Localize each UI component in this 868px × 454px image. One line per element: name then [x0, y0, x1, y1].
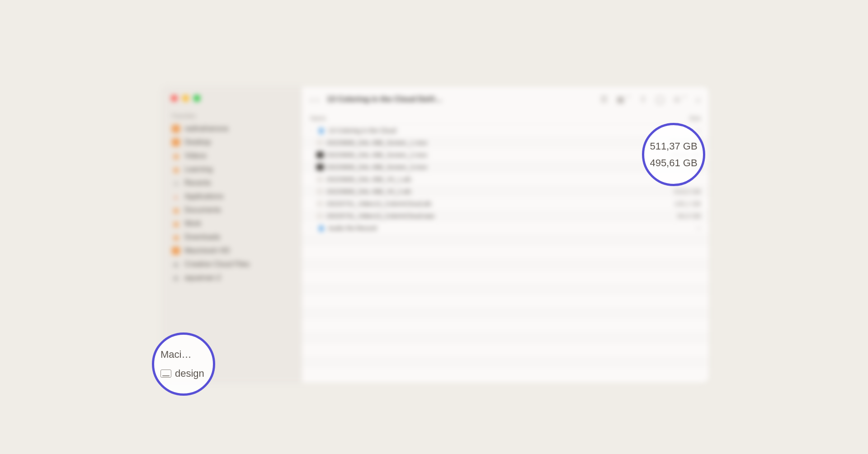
video-icon — [316, 140, 324, 146]
sidebar-item[interactable]: radinahanova — [168, 122, 296, 136]
documents-icon: ▣ — [172, 206, 180, 214]
file-row[interactable]: 20220731_Video13_ColorInCloud.afc145,1 G… — [302, 197, 709, 210]
window-controls[interactable] — [171, 95, 296, 102]
recents-icon: ◷ — [172, 179, 180, 187]
sidebar-item[interactable]: Desktop — [168, 136, 296, 149]
drive-icon — [160, 370, 171, 378]
applications-icon: ▲ — [172, 192, 180, 201]
file-row[interactable]: ›▇13 Coloring in the Cloud-- — [302, 124, 709, 136]
nav-buttons[interactable]: ‹ › — [310, 94, 319, 105]
size-line-1: 511,37 GB — [650, 138, 697, 154]
finder-window: Favorites radinahanova Desktop ▣Videos ▣… — [162, 87, 709, 383]
sidebar-item[interactable]: ▣Work — [168, 217, 296, 230]
window-title: 13 Coloring in the Cloud DaVi… — [327, 95, 443, 104]
file-icon — [316, 176, 324, 183]
file-icon: ▤ — [172, 274, 180, 282]
empty-row — [302, 234, 709, 246]
file-row[interactable]: 20220608_DAL-088_V0_2.afc519,0 GB — [302, 185, 709, 197]
folder-icon: ▇ — [316, 224, 326, 232]
video-icon — [316, 152, 324, 158]
folder-icon: ▇ — [316, 126, 326, 135]
desktop-icon — [172, 138, 180, 146]
tag-icon[interactable]: ◯ — [656, 94, 665, 104]
disclosure-icon[interactable]: › — [310, 128, 316, 133]
home-icon — [172, 125, 180, 133]
share-icon[interactable]: ⇪ — [640, 94, 646, 104]
drive-line-2: design — [160, 364, 213, 383]
close-icon[interactable] — [171, 95, 178, 102]
view-list-icon[interactable]: ☰ — [600, 94, 608, 104]
folder-icon: ▣ — [172, 220, 180, 228]
callout-file-sizes: 511,37 GB 495,61 GB — [642, 123, 705, 186]
column-headers[interactable]: Name Size — [302, 112, 709, 124]
toolbar: ‹ › 13 Coloring in the Cloud DaVi… ☰ ▦ ˅… — [302, 87, 709, 112]
group-icon[interactable]: ▦ ˅ — [617, 94, 631, 104]
column-size[interactable]: Size — [633, 115, 701, 122]
minimize-icon[interactable] — [182, 95, 189, 102]
sidebar-item[interactable]: ▣Downloads — [168, 230, 296, 244]
sidebar-section-favorites: Favorites — [172, 112, 296, 119]
file-icon — [316, 201, 324, 207]
file-row[interactable]: 20220731_Video13_ColorInCloud.wav64,4 GB — [302, 210, 709, 222]
drive-line-1: Maci… — [160, 345, 213, 364]
disclosure-icon[interactable]: › — [310, 225, 316, 230]
file-row[interactable]: ›▇Audio Re-Record-- — [302, 222, 709, 234]
sidebar-item[interactable]: ▣Learning — [168, 163, 296, 176]
search-icon[interactable]: ⌕ — [696, 95, 701, 104]
sidebar-item[interactable]: ▣Videos — [168, 149, 296, 163]
downloads-icon: ▣ — [172, 233, 180, 241]
sidebar-item[interactable]: ◷Recents — [168, 176, 296, 190]
size-line-2: 495,61 GB — [650, 154, 697, 171]
sidebar-item[interactable]: Macintosh HD — [168, 244, 296, 257]
sidebar-item[interactable]: ▲Applications — [168, 190, 296, 203]
back-button[interactable]: ‹ — [310, 94, 313, 105]
cloud-files-icon: ▤ — [172, 260, 180, 268]
sidebar-item[interactable]: ▤Creative Cloud Files — [168, 257, 296, 271]
file-icon — [316, 188, 324, 195]
video-icon — [316, 164, 324, 170]
maximize-icon[interactable] — [193, 95, 200, 102]
forward-button[interactable]: › — [316, 94, 319, 105]
action-icon[interactable]: ⊙ ˅ — [674, 94, 687, 104]
audio-icon — [316, 213, 324, 219]
sidebar-item[interactable]: ▤aquaman-2 — [168, 271, 296, 285]
folder-icon: ▣ — [172, 152, 180, 160]
column-name[interactable]: Name — [310, 115, 633, 122]
file-row[interactable]: 20220608_DAL-088_V0_1.afc — [302, 173, 709, 185]
callout-drives: Maci… design — [152, 332, 215, 396]
main-pane: ‹ › 13 Coloring in the Cloud DaVi… ☰ ▦ ˅… — [302, 87, 709, 383]
sidebar-item[interactable]: ▣Documents — [168, 203, 296, 217]
folder-icon: ▣ — [172, 165, 180, 173]
disk-icon — [172, 247, 180, 255]
